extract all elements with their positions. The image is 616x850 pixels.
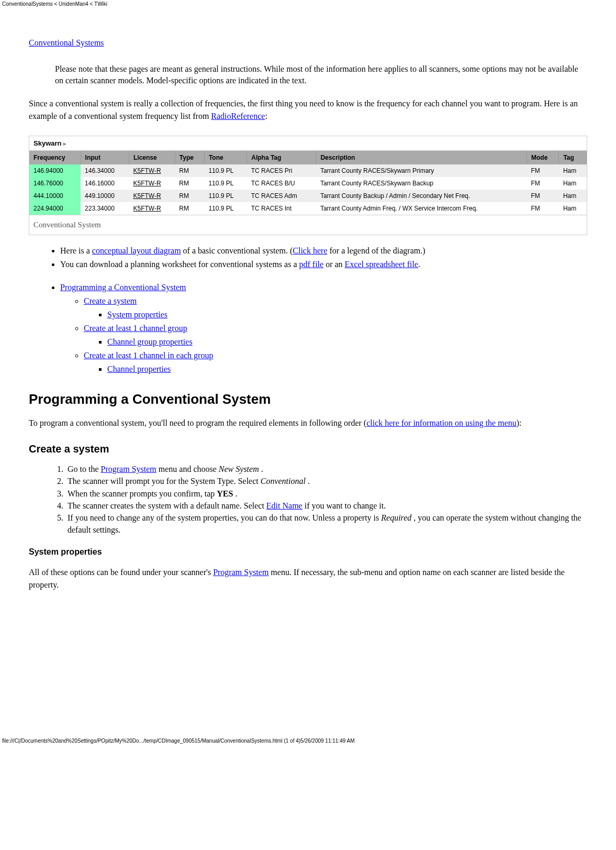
conceptual-layout-link[interactable]: conceptual layout diagram xyxy=(92,246,181,255)
create-system-steps: Go to the Program System menu and choose… xyxy=(29,463,587,536)
cell-type: RM xyxy=(175,190,204,202)
skywarn-header: Skywarn ▸ xyxy=(29,136,587,151)
radioreference-link[interactable]: RadioReference xyxy=(211,112,265,120)
toc-channel-each-group-link[interactable]: Create at least 1 channel in each group xyxy=(84,351,213,360)
text: if you want to change it. xyxy=(303,501,386,510)
edit-name-link[interactable]: Edit Name xyxy=(266,501,303,510)
th-license: License xyxy=(129,151,175,164)
excel-file-link[interactable]: Excel spreadsheet file xyxy=(345,260,418,269)
th-description: Description xyxy=(316,151,527,164)
cell-desc: Tarrant County Admin Freq. / WX Service … xyxy=(316,202,527,215)
cell-mode: FM xyxy=(527,164,558,177)
text: When the scanner prompts you confirm, ta… xyxy=(68,489,217,498)
cell-desc: Tarrant County RACES/Skywarn Primary xyxy=(316,164,527,177)
cell-license[interactable]: K5FTW-R xyxy=(129,202,175,215)
cell-type: RM xyxy=(175,177,204,190)
click-here-legend-link[interactable]: Click here xyxy=(293,246,327,255)
pdf-file-link[interactable]: pdf file xyxy=(299,260,324,269)
step-item: If you need to change any of the system … xyxy=(65,512,587,536)
text-emphasis: Conventional xyxy=(261,477,306,485)
cell-license[interactable]: K5FTW-R xyxy=(129,177,175,190)
cell-license[interactable]: K5FTW-R xyxy=(129,164,175,177)
text: . xyxy=(259,465,263,473)
text: The scanner creates the system with a de… xyxy=(68,501,266,510)
table-row: 444.10000 449.10000 K5FTW-R RM 110.9 PL … xyxy=(29,190,587,202)
cell-input: 449.10000 xyxy=(81,190,129,202)
h1-programming: Programming a Conventional System xyxy=(29,391,587,407)
list-item: You can download a planning worksheet fo… xyxy=(60,258,587,271)
text: . xyxy=(233,489,237,498)
cell-tag: Ham xyxy=(559,202,587,215)
frequency-table: Frequency Input License Type Tone Alpha … xyxy=(29,151,587,215)
toc-item: System properties xyxy=(107,308,587,321)
cell-alphatag: TC RACES B/U xyxy=(247,177,316,190)
toc-system-props-link[interactable]: System properties xyxy=(107,310,167,319)
cell-tag: Ham xyxy=(559,177,587,190)
cell-alphatag: TC RACES Adm xyxy=(247,190,316,202)
cell-mode: FM xyxy=(527,202,558,215)
intro-paragraph: Since a conventional system is really a … xyxy=(29,97,587,123)
text: for a legend of the diagram.) xyxy=(328,246,425,255)
intro-text-pre: Since a conventional system is really a … xyxy=(29,99,578,120)
toc-channel-group-link[interactable]: Create at least 1 channel group xyxy=(84,324,187,333)
text-bold: YES xyxy=(217,489,233,498)
cell-type: RM xyxy=(175,202,204,215)
cell-input: 223.34000 xyxy=(81,202,129,215)
cell-tag: Ham xyxy=(559,190,587,202)
step-item: When the scanner prompts you confirm, ta… xyxy=(65,488,587,500)
h2-create-system: Create a system xyxy=(29,443,587,455)
program-system-link[interactable]: Program System xyxy=(101,465,156,473)
cell-tone: 110.9 PL xyxy=(204,202,247,215)
toc-create-system-link[interactable]: Create a system xyxy=(84,296,137,305)
toc-programming-link[interactable]: Programming a Conventional System xyxy=(60,283,186,292)
text-emphasis: Required xyxy=(381,513,411,522)
toc-list: Programming a Conventional System Create… xyxy=(29,281,587,376)
toc-item: Programming a Conventional System Create… xyxy=(60,281,587,376)
toc-channel-props-link[interactable]: Channel properties xyxy=(107,365,171,373)
cell-mode: FM xyxy=(527,177,558,190)
text-emphasis: New System xyxy=(219,465,259,473)
text: The scanner will prompt you for the Syst… xyxy=(68,477,261,485)
cell-type: RM xyxy=(175,164,204,177)
table-row: 146.94000 146.34000 K5FTW-R RM 110.9 PL … xyxy=(29,164,587,177)
th-alphatag: Alpha Tag xyxy=(247,151,316,164)
table-header-row: Frequency Input License Type Tone Alpha … xyxy=(29,151,587,164)
menu-info-link[interactable]: click here for information on using the … xyxy=(366,418,517,427)
cell-freq: 146.94000 xyxy=(29,164,81,177)
system-props-para: All of these options can be found under … xyxy=(29,566,587,591)
cell-tone: 110.9 PL xyxy=(204,164,247,177)
text: ): xyxy=(517,418,522,427)
h3-system-properties: System properties xyxy=(29,547,587,557)
cell-tone: 110.9 PL xyxy=(204,177,247,190)
main-content: Conventional Systems Please note that th… xyxy=(0,8,616,611)
list-item: Here is a conceptual layout diagram of a… xyxy=(60,245,587,257)
cell-input: 146.34000 xyxy=(81,164,129,177)
cell-desc: Tarrant County Backup / Admin / Secondar… xyxy=(316,190,527,202)
toc-channel-group-props-link[interactable]: Channel group properties xyxy=(107,337,193,346)
cell-tone: 110.9 PL xyxy=(204,190,247,202)
text: or an xyxy=(323,260,344,269)
toc-item: Channel properties xyxy=(107,363,587,376)
text: You can download a planning worksheet fo… xyxy=(60,260,299,269)
toc-item: Create a system System properties xyxy=(84,295,587,321)
text: If you need to change any of the system … xyxy=(68,513,381,522)
intro-text-post: : xyxy=(265,112,267,120)
expand-arrow-icon: ▸ xyxy=(63,140,66,147)
cell-freq: 146.76000 xyxy=(29,177,81,190)
page-title-link[interactable]: Conventional Systems xyxy=(29,38,104,47)
cell-input: 146.16000 xyxy=(81,177,129,190)
program-system-link-2[interactable]: Program System xyxy=(213,568,268,577)
text: . xyxy=(306,477,310,485)
text: Here is a xyxy=(60,246,92,255)
cell-license[interactable]: K5FTW-R xyxy=(129,190,175,202)
th-input: Input xyxy=(81,151,129,164)
text: . xyxy=(418,260,420,269)
browser-footer: file:///C|/Documents%20and%20Settings/PO… xyxy=(0,737,616,745)
table-row: 146.76000 146.16000 K5FTW-R RM 110.9 PL … xyxy=(29,177,587,190)
th-tone: Tone xyxy=(204,151,247,164)
table-caption: Conventional System xyxy=(29,215,587,235)
cell-desc: Tarrant County RACES/Skywarn Backup xyxy=(316,177,527,190)
browser-header: ConventionalSystems < UnidenMan4 < TWiki xyxy=(0,0,616,8)
toc-item: Channel group properties xyxy=(107,336,587,348)
th-mode: Mode xyxy=(527,151,558,164)
